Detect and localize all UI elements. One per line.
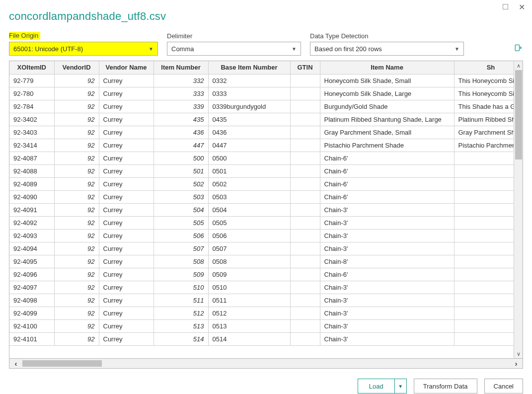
cell-sh [454,242,514,255]
cell-vendorname: Currey [99,255,153,268]
cell-xo: 92-4100 [9,319,54,332]
table-row[interactable]: 92-410192Currey5140514Chain-3' [9,332,514,345]
cell-vendorname: Currey [99,113,153,126]
chevron-down-icon: ▼ [292,46,297,52]
cell-gtin [290,74,320,87]
cell-baseitem: 0333 [208,87,290,100]
scroll-right-icon[interactable]: › [510,359,523,368]
cell-sh [454,307,514,319]
cell-gtin [290,307,320,319]
cell-vendorid: 92 [54,139,99,152]
cell-itemname: Chain-3' [320,332,454,345]
scroll-thumb[interactable] [515,70,522,159]
cell-gtin [290,242,320,255]
load-button[interactable]: Load ▼ [358,379,407,394]
horizontal-scrollbar[interactable]: ‹ › [9,359,523,369]
hscroll-thumb[interactable] [22,360,102,367]
table-row[interactable]: 92-408792Currey5000500Chain-6' [9,152,514,164]
cell-sh [454,281,514,294]
cell-itemnumber: 503 [153,190,208,203]
cell-itemnumber: 507 [153,242,208,255]
cell-vendorname: Currey [99,307,153,319]
cell-vendorid: 92 [54,255,99,268]
scroll-up-icon[interactable]: ∧ [514,61,523,70]
cell-itemnumber: 333 [153,87,208,100]
table-row[interactable]: 92-409192Currey5040504Chain-3' [9,203,514,216]
delimiter-label: Delimiter [167,32,301,40]
cell-gtin [290,87,320,100]
table-row[interactable]: 92-409492Currey5070507Chain-3' [9,242,514,255]
cell-vendorname: Currey [99,100,153,113]
cell-vendorname: Currey [99,216,153,229]
table-row[interactable]: 92-77992Currey3320332Honeycomb Silk Shad… [9,74,514,87]
cell-sh: Platinum Ribbed Sh [454,113,514,126]
load-dropdown-caret[interactable]: ▼ [394,379,406,393]
cell-sh [454,229,514,242]
table-row[interactable]: 92-341492Currey4470447Pistachio Parchmen… [9,139,514,152]
cell-itemname: Chain-6' [320,152,454,164]
cell-vendorname: Currey [99,152,153,164]
cell-itemnumber: 512 [153,307,208,319]
col-sh[interactable]: Sh [454,61,514,74]
cell-itemname: Pistachio Parchment Shade [320,139,454,152]
cell-vendorid: 92 [54,229,99,242]
table-row[interactable]: 92-409792Currey5100510Chain-3' [9,281,514,294]
cell-xo: 92-4092 [9,216,54,229]
table-row[interactable]: 92-340392Currey4360436Gray Parchment Sha… [9,126,514,139]
cell-xo: 92-4099 [9,307,54,319]
cell-itemname: Chain-6' [320,268,454,281]
col-xoitemid[interactable]: XOItemID [9,61,54,74]
cell-itemnumber: 505 [153,216,208,229]
cell-itemname: Gray Parchment Shade, Small [320,126,454,139]
file-origin-label: File Origin [9,32,40,40]
cell-sh [454,152,514,164]
cell-gtin [290,203,320,216]
table-row[interactable]: 92-408892Currey5010501Chain-6' [9,164,514,177]
table-row[interactable]: 92-409992Currey5120512Chain-3' [9,307,514,319]
cell-vendorname: Currey [99,203,153,216]
cell-vendorid: 92 [54,126,99,139]
cell-vendorname: Currey [99,319,153,332]
cell-vendorid: 92 [54,307,99,319]
table-row[interactable]: 92-409292Currey5050505Chain-3' [9,216,514,229]
file-origin-dropdown[interactable]: 65001: Unicode (UTF-8) ▼ [9,42,158,56]
table-row[interactable]: 92-409692Currey5090509Chain-6' [9,268,514,281]
cell-vendorname: Currey [99,74,153,87]
delimiter-dropdown[interactable]: Comma ▼ [167,42,301,56]
table-row[interactable]: 92-340292Currey4350435Platinum Ribbed Sh… [9,113,514,126]
maximize-icon[interactable] [503,4,508,9]
col-itemname[interactable]: Item Name [320,61,454,74]
refresh-preview-icon[interactable] [513,47,523,55]
col-itemnumber[interactable]: Item Number [153,61,208,74]
table-row[interactable]: 92-410092Currey5130513Chain-3' [9,319,514,332]
table-row[interactable]: 92-408992Currey5020502Chain-6' [9,177,514,190]
transform-data-button[interactable]: Transform Data [414,379,477,394]
col-baseitemnumber[interactable]: Base Item Number [208,61,290,74]
cell-gtin [290,113,320,126]
scroll-left-icon[interactable]: ‹ [9,359,22,368]
detection-dropdown[interactable]: Based on first 200 rows ▼ [310,42,464,56]
table-row[interactable]: 92-78092Currey3330333Honeycomb Silk Shad… [9,87,514,100]
table-row[interactable]: 92-409092Currey5030503Chain-6' [9,190,514,203]
table-row[interactable]: 92-78492Currey3390339burgundygoldBurgund… [9,100,514,113]
cancel-button[interactable]: Cancel [484,379,523,394]
cell-baseitem: 0503 [208,190,290,203]
col-vendorid[interactable]: VendorID [54,61,99,74]
close-icon[interactable]: ✕ [519,2,525,12]
col-vendorname[interactable]: Vendor Name [99,61,153,74]
col-gtin[interactable]: GTIN [290,61,320,74]
table-row[interactable]: 92-409392Currey5060506Chain-3' [9,229,514,242]
cell-baseitem: 0501 [208,164,290,177]
table-row[interactable]: 92-409592Currey5080508Chain-8' [9,255,514,268]
cell-sh: This Honeycomb Sil [454,74,514,87]
cell-baseitem: 0504 [208,203,290,216]
cell-itemnumber: 509 [153,268,208,281]
scroll-down-icon[interactable]: ∨ [514,349,523,358]
cell-vendorid: 92 [54,87,99,100]
cell-itemnumber: 435 [153,113,208,126]
chevron-down-icon: ▼ [149,46,153,52]
vertical-scrollbar[interactable]: ∧ ∨ [514,61,523,358]
table-row[interactable]: 92-409892Currey5110511Chain-3' [9,294,514,307]
cell-baseitem: 0511 [208,294,290,307]
cell-xo: 92-3414 [9,139,54,152]
